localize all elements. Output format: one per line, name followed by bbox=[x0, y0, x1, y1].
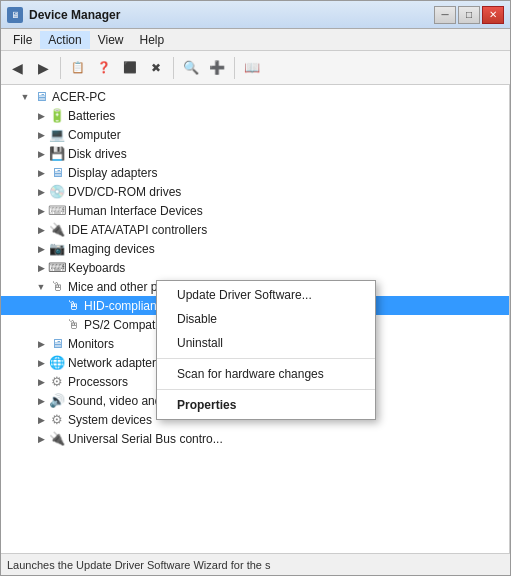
expander[interactable]: ▶ bbox=[33, 396, 49, 406]
imaging-label: Imaging devices bbox=[68, 242, 155, 256]
toolbar-separator-2 bbox=[173, 57, 174, 79]
root-label: ACER-PC bbox=[52, 90, 106, 104]
expander bbox=[49, 301, 65, 311]
tree-item-diskdrives[interactable]: ▶ 💾 Disk drives bbox=[1, 144, 509, 163]
disable-button[interactable]: ⬛ bbox=[118, 56, 142, 80]
context-menu: Update Driver Software... Disable Uninst… bbox=[156, 280, 376, 420]
expander[interactable]: ▶ bbox=[33, 358, 49, 368]
diskdrives-icon: 💾 bbox=[49, 146, 65, 162]
usb-icon: 🔌 bbox=[49, 431, 65, 447]
system-label: System devices bbox=[68, 413, 152, 427]
expander[interactable]: ▶ bbox=[33, 377, 49, 387]
computer-icon: 🖥 bbox=[33, 89, 49, 105]
back-button[interactable]: ◀ bbox=[5, 56, 29, 80]
menu-view[interactable]: View bbox=[90, 31, 132, 49]
expander[interactable]: ▶ bbox=[33, 111, 49, 121]
ps2-mouse-icon: 🖱 bbox=[65, 317, 81, 333]
keyboards-label: Keyboards bbox=[68, 261, 125, 275]
ctx-scan[interactable]: Scan for hardware changes bbox=[157, 362, 375, 386]
status-bar: Launches the Update Driver Software Wiza… bbox=[1, 553, 510, 575]
tree-item-dvd[interactable]: ▶ 💿 DVD/CD-ROM drives bbox=[1, 182, 509, 201]
batteries-icon: 🔋 bbox=[49, 108, 65, 124]
tree-item-imaging[interactable]: ▶ 📷 Imaging devices bbox=[1, 239, 509, 258]
tree-item-ide[interactable]: ▶ 🔌 IDE ATA/ATAPI controllers bbox=[1, 220, 509, 239]
add-hardware-button[interactable]: ➕ bbox=[205, 56, 229, 80]
tree-item-display[interactable]: ▶ 🖥 Display adapters bbox=[1, 163, 509, 182]
display-label: Display adapters bbox=[68, 166, 157, 180]
expander[interactable]: ▶ bbox=[33, 434, 49, 444]
dvd-label: DVD/CD-ROM drives bbox=[68, 185, 181, 199]
usb-label: Universal Serial Bus contro... bbox=[68, 432, 223, 446]
expander[interactable]: ▶ bbox=[33, 168, 49, 178]
menu-action[interactable]: Action bbox=[40, 31, 89, 49]
expander[interactable]: ▶ bbox=[33, 339, 49, 349]
uninstall-button[interactable]: ✖ bbox=[144, 56, 168, 80]
network-label: Network adapters bbox=[68, 356, 162, 370]
hid-mouse-icon: 🖱 bbox=[65, 298, 81, 314]
display-icon: 🖥 bbox=[49, 165, 65, 181]
menu-bar: File Action View Help bbox=[1, 29, 510, 51]
tree-item-computer[interactable]: ▶ 💻 Computer bbox=[1, 125, 509, 144]
title-bar-left: 🖥 Device Manager bbox=[7, 7, 120, 23]
expander[interactable]: ▶ bbox=[33, 415, 49, 425]
dvd-icon: 💿 bbox=[49, 184, 65, 200]
expander[interactable]: ▶ bbox=[33, 225, 49, 235]
ctx-disable[interactable]: Disable bbox=[157, 307, 375, 331]
tree-root[interactable]: ▼ 🖥 ACER-PC bbox=[1, 87, 509, 106]
maximize-button[interactable]: □ bbox=[458, 6, 480, 24]
processors-icon: ⚙ bbox=[49, 374, 65, 390]
ctx-update-driver[interactable]: Update Driver Software... bbox=[157, 283, 375, 307]
batteries-label: Batteries bbox=[68, 109, 115, 123]
toolbar-separator-3 bbox=[234, 57, 235, 79]
menu-help[interactable]: Help bbox=[132, 31, 173, 49]
status-text: Launches the Update Driver Software Wiza… bbox=[7, 559, 271, 571]
sound-icon: 🔊 bbox=[49, 393, 65, 409]
window-icon: 🖥 bbox=[7, 7, 23, 23]
expander[interactable]: ▶ bbox=[33, 149, 49, 159]
update-driver-button[interactable]: ❓ bbox=[92, 56, 116, 80]
tree-item-batteries[interactable]: ▶ 🔋 Batteries bbox=[1, 106, 509, 125]
network-icon: 🌐 bbox=[49, 355, 65, 371]
menu-file[interactable]: File bbox=[5, 31, 40, 49]
window-title: Device Manager bbox=[29, 8, 120, 22]
window-controls: ─ □ ✕ bbox=[434, 6, 504, 24]
imaging-icon: 📷 bbox=[49, 241, 65, 257]
expander[interactable]: ▶ bbox=[33, 130, 49, 140]
root-expander[interactable]: ▼ bbox=[17, 92, 33, 102]
main-content: ▼ 🖥 ACER-PC ▶ 🔋 Batteries ▶ 💻 Computer bbox=[1, 85, 510, 553]
system-icon: ⚙ bbox=[49, 412, 65, 428]
monitors-label: Monitors bbox=[68, 337, 114, 351]
ide-label: IDE ATA/ATAPI controllers bbox=[68, 223, 207, 237]
monitors-icon: 🖥 bbox=[49, 336, 65, 352]
properties-button[interactable]: 📋 bbox=[66, 56, 90, 80]
tree-item-hid[interactable]: ▶ ⌨ Human Interface Devices bbox=[1, 201, 509, 220]
keyboards-icon: ⌨ bbox=[49, 260, 65, 276]
forward-button[interactable]: ▶ bbox=[31, 56, 55, 80]
ctx-separator bbox=[157, 358, 375, 359]
device-manager-window: 🖥 Device Manager ─ □ ✕ File Action View … bbox=[0, 0, 511, 576]
mice-icon: 🖱 bbox=[49, 279, 65, 295]
expander[interactable]: ▼ bbox=[33, 282, 49, 292]
expander[interactable]: ▶ bbox=[33, 244, 49, 254]
processors-label: Processors bbox=[68, 375, 128, 389]
minimize-button[interactable]: ─ bbox=[434, 6, 456, 24]
expander bbox=[49, 320, 65, 330]
ctx-properties[interactable]: Properties bbox=[157, 393, 375, 417]
tree-item-keyboards[interactable]: ▶ ⌨ Keyboards bbox=[1, 258, 509, 277]
help-button[interactable]: 📖 bbox=[240, 56, 264, 80]
scan-button[interactable]: 🔍 bbox=[179, 56, 203, 80]
expander[interactable]: ▶ bbox=[33, 187, 49, 197]
tree-item-usb[interactable]: ▶ 🔌 Universal Serial Bus contro... bbox=[1, 429, 509, 448]
ctx-separator-2 bbox=[157, 389, 375, 390]
title-bar: 🖥 Device Manager ─ □ ✕ bbox=[1, 1, 510, 29]
hid-label: Human Interface Devices bbox=[68, 204, 203, 218]
computer-label: Computer bbox=[68, 128, 121, 142]
toolbar-separator-1 bbox=[60, 57, 61, 79]
ctx-uninstall[interactable]: Uninstall bbox=[157, 331, 375, 355]
toolbar: ◀ ▶ 📋 ❓ ⬛ ✖ 🔍 ➕ 📖 bbox=[1, 51, 510, 85]
close-button[interactable]: ✕ bbox=[482, 6, 504, 24]
ide-icon: 🔌 bbox=[49, 222, 65, 238]
diskdrives-label: Disk drives bbox=[68, 147, 127, 161]
hid-icon: ⌨ bbox=[49, 203, 65, 219]
computer-icon: 💻 bbox=[49, 127, 65, 143]
